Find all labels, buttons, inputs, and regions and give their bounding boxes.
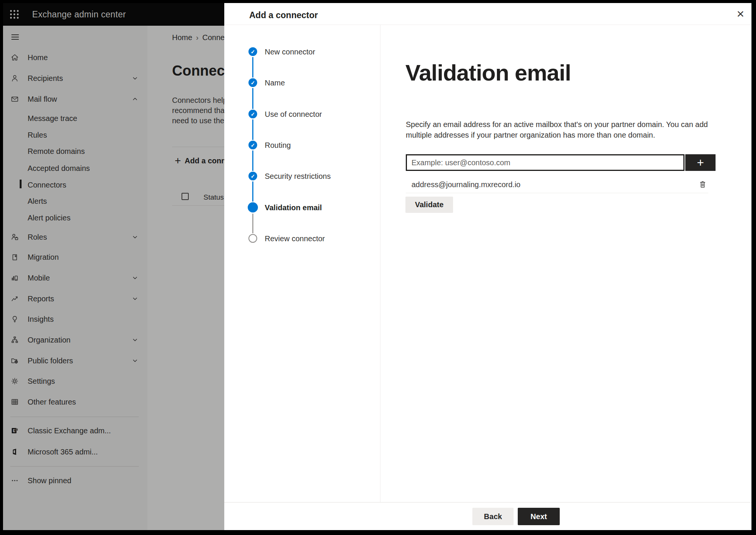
step-connector-line	[252, 88, 253, 109]
address-list-item: address@journaling.mxrecord.io	[411, 178, 710, 191]
dialog-header-divider	[224, 25, 751, 25]
screen-frame: Exchange admin center Home Recipients Ma…	[0, 0, 756, 535]
step-heading: Validation email	[405, 60, 571, 86]
step-description-line: Specify an email address for an active m…	[406, 119, 708, 130]
delete-address-button[interactable]	[696, 178, 709, 191]
stepper-divider	[380, 25, 380, 502]
check-glyph: ✓	[251, 49, 255, 55]
step-use-of-connector[interactable]: Use of connector	[265, 107, 322, 121]
step-description-line: multiple addresses if your partner organ…	[406, 130, 708, 141]
dialog-title: Add a connector	[249, 10, 318, 20]
step-connector-line	[252, 150, 253, 171]
address-row-divider	[406, 193, 708, 193]
validate-button[interactable]: Validate	[405, 197, 453, 213]
step-routing[interactable]: Routing	[265, 138, 291, 152]
close-icon[interactable]: ×	[731, 5, 750, 23]
step-check-icon: ✓	[248, 172, 257, 180]
check-glyph: ✓	[251, 80, 255, 86]
add-connector-dialog: Add a connector × ✓ New connector ✓ Name…	[224, 3, 751, 530]
step-security-restrictions[interactable]: Security restrictions	[265, 169, 331, 183]
step-connector-line	[252, 181, 253, 202]
check-glyph: ✓	[251, 142, 255, 148]
check-glyph: ✓	[251, 173, 255, 179]
dialog-footer-divider	[224, 502, 751, 502]
back-button[interactable]: Back	[472, 508, 514, 525]
address-email: address@journaling.mxrecord.io	[411, 180, 520, 189]
validation-email-input[interactable]	[406, 154, 685, 171]
check-glyph: ✓	[251, 111, 255, 117]
step-review-connector[interactable]: Review connector	[265, 232, 325, 245]
step-connector-line	[252, 214, 253, 233]
add-email-button[interactable]: +	[685, 154, 716, 171]
step-validation-email[interactable]: Validation email	[265, 201, 322, 214]
step-connector-line	[252, 57, 253, 78]
step-connector-line	[252, 119, 253, 140]
next-button[interactable]: Next	[518, 508, 560, 525]
step-check-icon: ✓	[248, 110, 257, 118]
step-check-icon: ✓	[248, 47, 257, 56]
trash-icon	[699, 180, 707, 189]
step-current-dot	[248, 202, 258, 212]
step-upcoming-circle	[248, 234, 257, 243]
step-check-icon: ✓	[248, 78, 257, 87]
step-name[interactable]: Name	[265, 76, 285, 90]
step-description: Specify an email address for an active m…	[406, 119, 708, 140]
exchange-admin-app: Exchange admin center Home Recipients Ma…	[3, 3, 751, 530]
step-new-connector[interactable]: New connector	[265, 45, 315, 59]
step-check-icon: ✓	[248, 141, 257, 149]
plus-icon: +	[697, 156, 704, 169]
